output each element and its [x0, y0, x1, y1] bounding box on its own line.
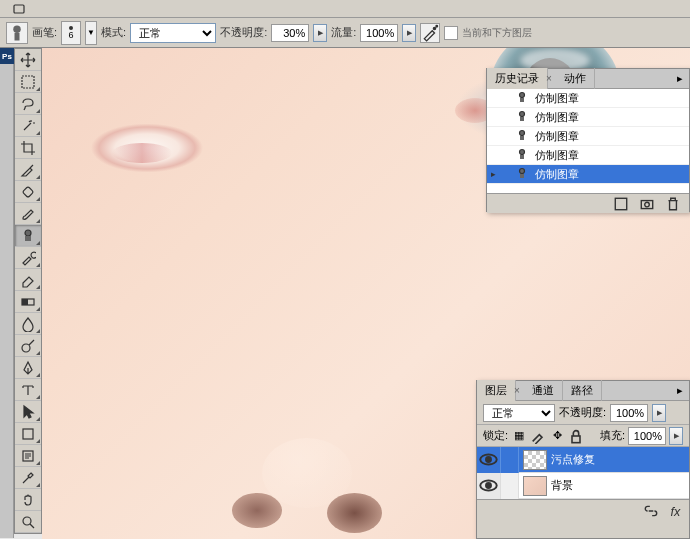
layer-thumbnail[interactable] — [523, 476, 547, 496]
lock-transparency-icon[interactable]: ▦ — [511, 428, 527, 444]
history-item[interactable]: ▸仿制图章 — [487, 165, 689, 184]
shape-tool[interactable] — [15, 423, 41, 445]
svg-rect-16 — [520, 98, 524, 102]
history-brush-tool[interactable] — [15, 247, 41, 269]
slice-tool[interactable] — [15, 159, 41, 181]
blend-mode-select[interactable]: 正常 — [130, 23, 216, 43]
layer-blend-select[interactable]: 正常 — [483, 404, 555, 422]
layer-style-icon[interactable]: fx — [667, 504, 683, 518]
brush-dropdown-arrow[interactable]: ▼ — [85, 21, 97, 45]
opacity-arrow[interactable]: ▶ — [652, 404, 666, 422]
tab-close-icon[interactable]: × — [514, 385, 520, 396]
layer-link-area[interactable] — [501, 473, 519, 499]
layer-options-row: 正常 不透明度: ▶ — [477, 401, 689, 425]
history-item[interactable]: 仿制图章 — [487, 127, 689, 146]
svg-point-1 — [13, 25, 21, 33]
blur-tool[interactable] — [15, 313, 41, 335]
eraser-tool[interactable] — [15, 269, 41, 291]
tab-paths[interactable]: 路径 — [563, 380, 602, 401]
lock-all-icon[interactable] — [568, 428, 584, 444]
panel-menu-icon[interactable]: ▸ — [671, 384, 689, 397]
dodge-tool[interactable] — [15, 335, 41, 357]
visibility-icon[interactable] — [477, 447, 501, 473]
visibility-icon[interactable] — [477, 473, 501, 499]
brush-tool[interactable] — [15, 203, 41, 225]
move-tool[interactable] — [15, 49, 41, 71]
left-dock: Ps — [0, 48, 14, 538]
brush-picker[interactable]: 6 — [61, 21, 81, 45]
app-menu-icon[interactable] — [12, 2, 26, 16]
layer-opacity-input[interactable] — [610, 404, 648, 422]
eyedropper-tool[interactable] — [15, 467, 41, 489]
svg-point-30 — [486, 457, 491, 462]
airbrush-icon[interactable] — [420, 23, 440, 43]
svg-point-32 — [486, 483, 491, 488]
layer-item[interactable]: 污点修复 — [477, 447, 689, 473]
layers-tabs: 图层 × 通道 路径 ▸ — [477, 381, 689, 401]
snapshot-icon[interactable] — [639, 197, 655, 211]
tab-close-icon[interactable]: × — [546, 73, 552, 84]
lock-label: 锁定: — [483, 428, 508, 443]
fill-arrow[interactable]: ▶ — [669, 427, 683, 445]
layer-item[interactable]: 背景 — [477, 473, 689, 499]
zoom-tool[interactable] — [15, 511, 41, 533]
svg-rect-12 — [23, 429, 33, 439]
flow-input[interactable] — [360, 24, 398, 42]
ps-logo-icon[interactable]: Ps — [0, 48, 14, 64]
lasso-tool[interactable] — [15, 93, 41, 115]
lock-pixels-icon[interactable] — [530, 428, 546, 444]
heal-tool[interactable] — [15, 181, 41, 203]
svg-text:fx: fx — [670, 504, 680, 518]
gradient-tool[interactable] — [15, 291, 41, 313]
lock-position-icon[interactable]: ✥ — [549, 428, 565, 444]
path-select-tool[interactable] — [15, 401, 41, 423]
opacity-input[interactable] — [271, 24, 309, 42]
stamp-icon — [515, 91, 529, 105]
new-doc-from-state-icon[interactable] — [613, 197, 629, 211]
tab-channels[interactable]: 通道 — [524, 380, 563, 401]
stamp-icon — [515, 110, 529, 124]
tab-actions[interactable]: 动作 — [556, 68, 595, 89]
svg-point-19 — [520, 131, 525, 136]
pen-tool[interactable] — [15, 357, 41, 379]
tool-preset-picker[interactable] — [6, 22, 28, 44]
history-list[interactable]: 仿制图章 仿制图章 仿制图章 仿制图章 ▸仿制图章 — [487, 89, 689, 193]
history-item[interactable]: 仿制图章 — [487, 146, 689, 165]
svg-rect-20 — [520, 136, 524, 140]
layer-link-area[interactable] — [501, 447, 519, 473]
flow-arrow[interactable]: ▶ — [402, 24, 416, 42]
history-item[interactable]: 仿制图章 — [487, 89, 689, 108]
marquee-tool[interactable] — [15, 71, 41, 93]
history-item[interactable]: 仿制图章 — [487, 108, 689, 127]
svg-point-14 — [23, 517, 31, 525]
svg-rect-25 — [615, 198, 626, 209]
stamp-icon — [515, 148, 529, 162]
notes-tool[interactable] — [15, 445, 41, 467]
panel-menu-icon[interactable]: ▸ — [671, 72, 689, 85]
menu-bar — [0, 0, 690, 18]
type-tool[interactable] — [15, 379, 41, 401]
layer-name: 污点修复 — [551, 452, 595, 467]
tab-history[interactable]: 历史记录 — [487, 68, 548, 89]
crop-tool[interactable] — [15, 137, 41, 159]
opacity-arrow[interactable]: ▶ — [313, 24, 327, 42]
layer-thumbnail[interactable] — [523, 450, 547, 470]
history-footer — [487, 193, 689, 213]
svg-rect-5 — [22, 76, 34, 88]
svg-point-27 — [645, 202, 650, 207]
history-panel: 历史记录 × 动作 ▸ 仿制图章 仿制图章 仿制图章 仿制图章 ▸仿制图章 — [486, 68, 690, 212]
svg-rect-0 — [14, 5, 24, 13]
layer-name: 背景 — [551, 478, 573, 493]
wand-tool[interactable] — [15, 115, 41, 137]
hand-tool[interactable] — [15, 489, 41, 511]
svg-point-7 — [25, 230, 31, 236]
clone-stamp-tool[interactable] — [15, 225, 41, 247]
fill-input[interactable] — [628, 427, 666, 445]
svg-rect-8 — [25, 236, 31, 241]
layer-list: 污点修复 背景 — [477, 447, 689, 499]
link-layers-icon[interactable] — [643, 504, 659, 518]
toolbox — [14, 48, 42, 534]
aligned-checkbox[interactable] — [444, 26, 458, 40]
tab-layers[interactable]: 图层 — [477, 380, 516, 401]
trash-icon[interactable] — [665, 197, 681, 211]
